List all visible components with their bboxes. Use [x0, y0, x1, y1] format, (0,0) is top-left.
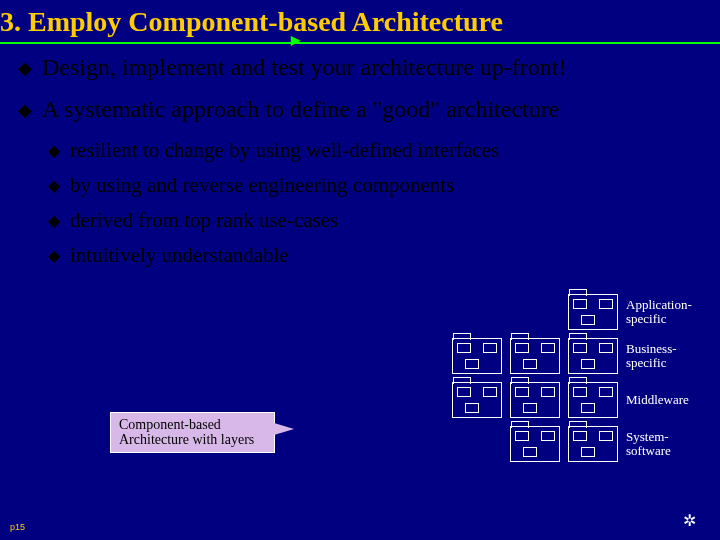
bullet-icon: ◆: [48, 243, 60, 268]
architecture-diagram: Application-specific Business-specific M…: [416, 290, 706, 500]
callout-box: Component-based Architecture with layers: [110, 412, 275, 453]
page-number: p15: [10, 522, 25, 532]
bullet-icon: ◆: [48, 138, 60, 163]
package-icon: [568, 426, 618, 462]
content-area: ◆ Design, implement and test your archit…: [0, 54, 720, 268]
layer-row: Application-specific: [416, 290, 706, 334]
bullet-text: Design, implement and test your architec…: [42, 54, 567, 82]
bullet-text: resilient to change by using well-define…: [70, 138, 499, 163]
package-icon: [510, 426, 560, 462]
sub-bullet-item: ◆ derived from top rank use-cases: [48, 208, 708, 233]
arrow-icon: ▶: [291, 33, 300, 48]
package-icon: [510, 382, 560, 418]
callout-text: Component-based Architecture with layers: [119, 417, 254, 447]
title-text: 3. Employ Component-based Architecture: [0, 6, 503, 37]
slide-title: 3. Employ Component-based Architecture ▶: [0, 0, 720, 44]
bullet-text: by using and reverse engineering compone…: [70, 173, 454, 198]
bullet-text: A systematic approach to define a "good"…: [42, 96, 559, 124]
sub-bullet-item: ◆ by using and reverse engineering compo…: [48, 173, 708, 198]
package-icon: [510, 338, 560, 374]
sub-bullet-item: ◆ resilient to change by using well-defi…: [48, 138, 708, 163]
layer-label: System-software: [626, 430, 706, 457]
logo-icon: ✲: [683, 511, 696, 530]
layer-label: Middleware: [626, 393, 706, 407]
package-icon: [568, 294, 618, 330]
layer-row: System-software: [416, 422, 706, 466]
layer-label: Business-specific: [626, 342, 706, 369]
sub-bullet-item: ◆ intuitively understandable: [48, 243, 708, 268]
layer-label: Application-specific: [626, 298, 706, 325]
layer-row: Middleware: [416, 378, 706, 422]
package-icon: [452, 382, 502, 418]
bullet-icon: ◆: [48, 173, 60, 198]
bullet-item: ◆ Design, implement and test your archit…: [18, 54, 708, 82]
bullet-item: ◆ A systematic approach to define a "goo…: [18, 96, 708, 124]
bullet-icon: ◆: [18, 96, 32, 124]
bullet-text: derived from top rank use-cases: [70, 208, 338, 233]
bullet-icon: ◆: [18, 54, 32, 82]
package-icon: [568, 338, 618, 374]
package-icon: [568, 382, 618, 418]
bullet-text: intuitively understandable: [70, 243, 289, 268]
bullet-icon: ◆: [48, 208, 60, 233]
package-icon: [452, 338, 502, 374]
layer-row: Business-specific: [416, 334, 706, 378]
